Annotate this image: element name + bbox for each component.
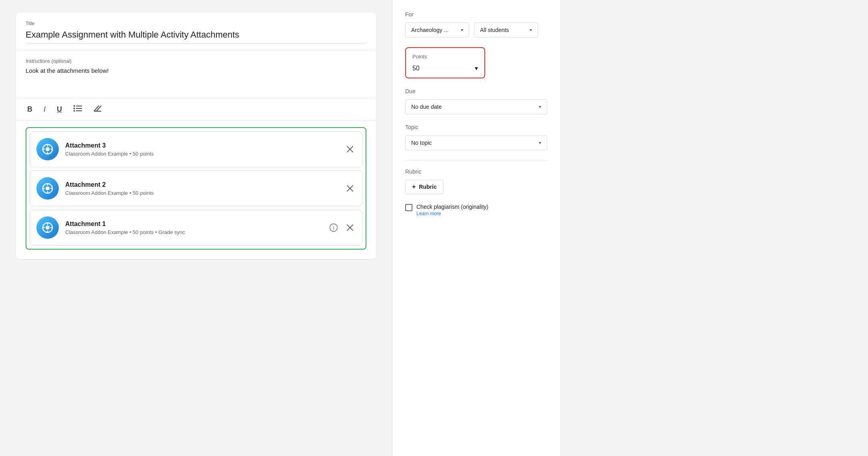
- formatting-toolbar: B I U: [16, 98, 376, 121]
- attachment-1-subtitle: Classroom Addon Example • 50 points • Gr…: [65, 229, 321, 235]
- plagiarism-label: Check plagiarism (originality): [416, 204, 488, 210]
- attachment-1-title: Attachment 1: [65, 220, 321, 228]
- svg-point-14: [46, 186, 50, 190]
- points-section: Points 50 ▾: [405, 47, 547, 78]
- svg-point-10: [46, 147, 50, 151]
- instructions-section: Instructions (optional) Look at the atta…: [16, 50, 376, 98]
- attachments-section: Attachment 3 Classroom Addon Example • 5…: [16, 121, 376, 259]
- course-dropdown-chevron: ▾: [461, 27, 463, 33]
- points-value: 50: [412, 65, 420, 72]
- attachment-item: Attachment 2 Classroom Addon Example • 5…: [30, 170, 362, 206]
- attachment-2-info: Attachment 2 Classroom Addon Example • 5…: [65, 181, 338, 196]
- plagiarism-info: Check plagiarism (originality) Learn mor…: [416, 204, 488, 216]
- attachments-container: Attachment 3 Classroom Addon Example • 5…: [26, 127, 366, 250]
- attachment-3-actions: [344, 144, 356, 155]
- svg-text:i: i: [333, 225, 334, 231]
- bold-button[interactable]: B: [26, 104, 34, 115]
- topic-label: Topic: [405, 124, 547, 130]
- attachment-2-subtitle: Classroom Addon Example • 50 points: [65, 190, 338, 196]
- rubric-button[interactable]: + Rubric: [405, 180, 444, 194]
- topic-dropdown-value: No topic: [411, 140, 432, 146]
- rubric-label: Rubric: [405, 168, 547, 175]
- rubric-section: Rubric + Rubric: [405, 168, 547, 194]
- title-section: Title: [16, 13, 376, 50]
- italic-button[interactable]: I: [42, 104, 47, 115]
- course-dropdown[interactable]: Archaeology ... ▾: [405, 22, 469, 38]
- svg-line-6: [94, 106, 99, 111]
- topic-section: Topic No topic ▾: [405, 124, 547, 150]
- svg-point-3: [74, 105, 75, 107]
- plagiarism-checkbox[interactable]: [405, 204, 412, 211]
- attachment-3-title: Attachment 3: [65, 142, 338, 149]
- attachment-3-subtitle: Classroom Addon Example • 50 points: [65, 151, 338, 157]
- attachment-item: Attachment 3 Classroom Addon Example • 5…: [30, 131, 362, 167]
- points-box: Points 50 ▾: [405, 47, 485, 78]
- attachment-item: Attachment 1 Classroom Addon Example • 5…: [30, 210, 362, 246]
- assignment-sidebar: For Archaeology ... ▾ All students ▾ Poi…: [392, 0, 560, 456]
- rubric-plus-icon: +: [412, 183, 416, 190]
- attachment-2-actions: [344, 183, 356, 194]
- for-section: For Archaeology ... ▾ All students ▾: [405, 11, 547, 38]
- due-dropdown[interactable]: No due date ▾: [405, 99, 547, 114]
- students-dropdown-chevron: ▾: [530, 27, 532, 33]
- svg-point-5: [74, 110, 75, 112]
- underline-button[interactable]: U: [55, 104, 64, 115]
- plagiarism-section: Check plagiarism (originality) Learn mor…: [405, 204, 547, 216]
- rubric-button-label: Rubric: [419, 184, 436, 190]
- svg-point-18: [46, 226, 50, 230]
- for-label: For: [405, 11, 547, 18]
- due-label: Due: [405, 88, 547, 94]
- title-underline: [26, 43, 366, 44]
- clear-format-button[interactable]: [92, 103, 104, 116]
- attachment-1-actions: i: [328, 222, 356, 234]
- instructions-label: Instructions (optional): [26, 58, 366, 64]
- title-input[interactable]: [26, 28, 366, 42]
- attachment-2-remove-button[interactable]: [344, 183, 356, 194]
- attachment-1-info: Attachment 1 Classroom Addon Example • 5…: [65, 220, 321, 235]
- due-section: Due No due date ▾: [405, 88, 547, 114]
- attachment-1-icon: [36, 216, 59, 239]
- svg-point-4: [74, 108, 75, 109]
- points-dropdown[interactable]: 50 ▾: [412, 64, 478, 72]
- attachment-3-remove-button[interactable]: [344, 144, 356, 155]
- divider: [405, 160, 547, 160]
- attachment-3-icon: [36, 138, 59, 160]
- attachment-1-info-button[interactable]: i: [328, 222, 340, 234]
- course-dropdown-value: Archaeology ...: [411, 27, 448, 33]
- title-label: Title: [26, 21, 366, 26]
- svg-line-7: [96, 106, 101, 111]
- list-button[interactable]: [72, 103, 84, 116]
- attachment-2-title: Attachment 2: [65, 181, 338, 188]
- attachment-2-icon: [36, 177, 59, 200]
- learn-more-link[interactable]: Learn more: [416, 211, 488, 216]
- topic-dropdown[interactable]: No topic ▾: [405, 135, 547, 150]
- students-dropdown[interactable]: All students ▾: [474, 22, 538, 38]
- students-dropdown-value: All students: [480, 27, 509, 33]
- instructions-text[interactable]: Look at the attachments below!: [26, 67, 366, 74]
- attachment-1-remove-button[interactable]: [344, 222, 356, 233]
- due-dropdown-chevron: ▾: [539, 104, 541, 110]
- attachment-3-info: Attachment 3 Classroom Addon Example • 5…: [65, 142, 338, 157]
- points-label: Points: [412, 54, 478, 60]
- due-dropdown-value: No due date: [411, 104, 442, 110]
- topic-dropdown-chevron: ▾: [539, 140, 541, 146]
- points-chevron: ▾: [475, 64, 478, 72]
- for-dropdowns: Archaeology ... ▾ All students ▾: [405, 22, 547, 38]
